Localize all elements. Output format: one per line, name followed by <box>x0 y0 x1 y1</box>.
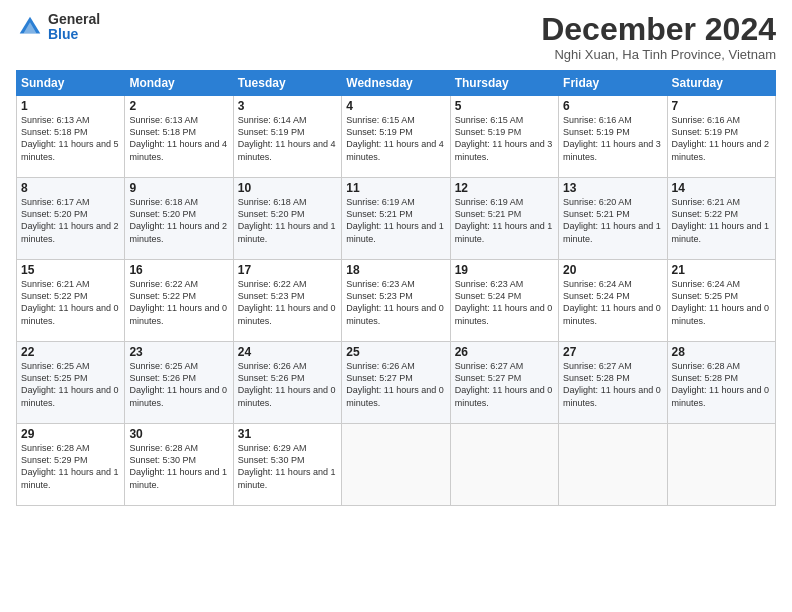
logo-text: General Blue <box>48 12 100 43</box>
calendar-cell: 3 Sunrise: 6:14 AM Sunset: 5:19 PM Dayli… <box>233 96 341 178</box>
day-number: 15 <box>21 263 120 277</box>
page: General Blue December 2024 Nghi Xuan, Ha… <box>0 0 792 612</box>
calendar-cell: 22 Sunrise: 6:25 AM Sunset: 5:25 PM Dayl… <box>17 342 125 424</box>
cell-info: Sunrise: 6:25 AM Sunset: 5:26 PM Dayligh… <box>129 360 228 409</box>
day-number: 8 <box>21 181 120 195</box>
calendar-week-row: 29 Sunrise: 6:28 AM Sunset: 5:29 PM Dayl… <box>17 424 776 506</box>
cell-info: Sunrise: 6:16 AM Sunset: 5:19 PM Dayligh… <box>563 114 662 163</box>
calendar-cell: 21 Sunrise: 6:24 AM Sunset: 5:25 PM Dayl… <box>667 260 775 342</box>
cell-info: Sunrise: 6:22 AM Sunset: 5:22 PM Dayligh… <box>129 278 228 327</box>
weekday-header-friday: Friday <box>559 71 667 96</box>
day-number: 12 <box>455 181 554 195</box>
cell-info: Sunrise: 6:26 AM Sunset: 5:27 PM Dayligh… <box>346 360 445 409</box>
calendar-cell: 30 Sunrise: 6:28 AM Sunset: 5:30 PM Dayl… <box>125 424 233 506</box>
calendar-cell: 1 Sunrise: 6:13 AM Sunset: 5:18 PM Dayli… <box>17 96 125 178</box>
calendar-cell: 17 Sunrise: 6:22 AM Sunset: 5:23 PM Dayl… <box>233 260 341 342</box>
calendar-cell <box>559 424 667 506</box>
weekday-header-tuesday: Tuesday <box>233 71 341 96</box>
cell-info: Sunrise: 6:19 AM Sunset: 5:21 PM Dayligh… <box>346 196 445 245</box>
cell-info: Sunrise: 6:24 AM Sunset: 5:25 PM Dayligh… <box>672 278 771 327</box>
day-number: 22 <box>21 345 120 359</box>
day-number: 5 <box>455 99 554 113</box>
calendar-cell: 6 Sunrise: 6:16 AM Sunset: 5:19 PM Dayli… <box>559 96 667 178</box>
location-subtitle: Nghi Xuan, Ha Tinh Province, Vietnam <box>541 47 776 62</box>
day-number: 6 <box>563 99 662 113</box>
logo-icon <box>16 13 44 41</box>
calendar-cell: 9 Sunrise: 6:18 AM Sunset: 5:20 PM Dayli… <box>125 178 233 260</box>
calendar-cell: 5 Sunrise: 6:15 AM Sunset: 5:19 PM Dayli… <box>450 96 558 178</box>
calendar-cell: 26 Sunrise: 6:27 AM Sunset: 5:27 PM Dayl… <box>450 342 558 424</box>
weekday-header-wednesday: Wednesday <box>342 71 450 96</box>
cell-info: Sunrise: 6:29 AM Sunset: 5:30 PM Dayligh… <box>238 442 337 491</box>
calendar-cell: 16 Sunrise: 6:22 AM Sunset: 5:22 PM Dayl… <box>125 260 233 342</box>
calendar-cell: 10 Sunrise: 6:18 AM Sunset: 5:20 PM Dayl… <box>233 178 341 260</box>
cell-info: Sunrise: 6:25 AM Sunset: 5:25 PM Dayligh… <box>21 360 120 409</box>
weekday-header-sunday: Sunday <box>17 71 125 96</box>
weekday-header-monday: Monday <box>125 71 233 96</box>
day-number: 1 <box>21 99 120 113</box>
day-number: 7 <box>672 99 771 113</box>
calendar-cell: 4 Sunrise: 6:15 AM Sunset: 5:19 PM Dayli… <box>342 96 450 178</box>
day-number: 9 <box>129 181 228 195</box>
cell-info: Sunrise: 6:15 AM Sunset: 5:19 PM Dayligh… <box>346 114 445 163</box>
day-number: 30 <box>129 427 228 441</box>
day-number: 3 <box>238 99 337 113</box>
cell-info: Sunrise: 6:21 AM Sunset: 5:22 PM Dayligh… <box>672 196 771 245</box>
day-number: 17 <box>238 263 337 277</box>
day-number: 11 <box>346 181 445 195</box>
calendar-cell: 14 Sunrise: 6:21 AM Sunset: 5:22 PM Dayl… <box>667 178 775 260</box>
calendar-cell: 24 Sunrise: 6:26 AM Sunset: 5:26 PM Dayl… <box>233 342 341 424</box>
day-number: 25 <box>346 345 445 359</box>
weekday-header-thursday: Thursday <box>450 71 558 96</box>
cell-info: Sunrise: 6:20 AM Sunset: 5:21 PM Dayligh… <box>563 196 662 245</box>
calendar-cell <box>450 424 558 506</box>
day-number: 10 <box>238 181 337 195</box>
calendar-cell: 29 Sunrise: 6:28 AM Sunset: 5:29 PM Dayl… <box>17 424 125 506</box>
cell-info: Sunrise: 6:14 AM Sunset: 5:19 PM Dayligh… <box>238 114 337 163</box>
calendar-cell: 15 Sunrise: 6:21 AM Sunset: 5:22 PM Dayl… <box>17 260 125 342</box>
calendar-cell: 28 Sunrise: 6:28 AM Sunset: 5:28 PM Dayl… <box>667 342 775 424</box>
calendar-cell: 31 Sunrise: 6:29 AM Sunset: 5:30 PM Dayl… <box>233 424 341 506</box>
calendar-table: SundayMondayTuesdayWednesdayThursdayFrid… <box>16 70 776 506</box>
cell-info: Sunrise: 6:16 AM Sunset: 5:19 PM Dayligh… <box>672 114 771 163</box>
cell-info: Sunrise: 6:23 AM Sunset: 5:24 PM Dayligh… <box>455 278 554 327</box>
day-number: 27 <box>563 345 662 359</box>
cell-info: Sunrise: 6:23 AM Sunset: 5:23 PM Dayligh… <box>346 278 445 327</box>
day-number: 28 <box>672 345 771 359</box>
day-number: 16 <box>129 263 228 277</box>
calendar-cell: 2 Sunrise: 6:13 AM Sunset: 5:18 PM Dayli… <box>125 96 233 178</box>
calendar-cell <box>667 424 775 506</box>
calendar-cell: 7 Sunrise: 6:16 AM Sunset: 5:19 PM Dayli… <box>667 96 775 178</box>
title-block: December 2024 Nghi Xuan, Ha Tinh Provinc… <box>541 12 776 62</box>
calendar-cell: 8 Sunrise: 6:17 AM Sunset: 5:20 PM Dayli… <box>17 178 125 260</box>
cell-info: Sunrise: 6:21 AM Sunset: 5:22 PM Dayligh… <box>21 278 120 327</box>
cell-info: Sunrise: 6:15 AM Sunset: 5:19 PM Dayligh… <box>455 114 554 163</box>
calendar-cell: 13 Sunrise: 6:20 AM Sunset: 5:21 PM Dayl… <box>559 178 667 260</box>
weekday-header-row: SundayMondayTuesdayWednesdayThursdayFrid… <box>17 71 776 96</box>
cell-info: Sunrise: 6:17 AM Sunset: 5:20 PM Dayligh… <box>21 196 120 245</box>
cell-info: Sunrise: 6:27 AM Sunset: 5:27 PM Dayligh… <box>455 360 554 409</box>
day-number: 24 <box>238 345 337 359</box>
day-number: 29 <box>21 427 120 441</box>
day-number: 26 <box>455 345 554 359</box>
calendar-cell: 25 Sunrise: 6:26 AM Sunset: 5:27 PM Dayl… <box>342 342 450 424</box>
calendar-cell: 11 Sunrise: 6:19 AM Sunset: 5:21 PM Dayl… <box>342 178 450 260</box>
day-number: 18 <box>346 263 445 277</box>
calendar-cell: 23 Sunrise: 6:25 AM Sunset: 5:26 PM Dayl… <box>125 342 233 424</box>
calendar-cell: 27 Sunrise: 6:27 AM Sunset: 5:28 PM Dayl… <box>559 342 667 424</box>
cell-info: Sunrise: 6:24 AM Sunset: 5:24 PM Dayligh… <box>563 278 662 327</box>
cell-info: Sunrise: 6:27 AM Sunset: 5:28 PM Dayligh… <box>563 360 662 409</box>
calendar-cell: 18 Sunrise: 6:23 AM Sunset: 5:23 PM Dayl… <box>342 260 450 342</box>
logo: General Blue <box>16 12 100 43</box>
calendar-week-row: 22 Sunrise: 6:25 AM Sunset: 5:25 PM Dayl… <box>17 342 776 424</box>
cell-info: Sunrise: 6:28 AM Sunset: 5:29 PM Dayligh… <box>21 442 120 491</box>
day-number: 4 <box>346 99 445 113</box>
day-number: 20 <box>563 263 662 277</box>
calendar-cell: 20 Sunrise: 6:24 AM Sunset: 5:24 PM Dayl… <box>559 260 667 342</box>
day-number: 19 <box>455 263 554 277</box>
cell-info: Sunrise: 6:13 AM Sunset: 5:18 PM Dayligh… <box>21 114 120 163</box>
day-number: 2 <box>129 99 228 113</box>
calendar-week-row: 15 Sunrise: 6:21 AM Sunset: 5:22 PM Dayl… <box>17 260 776 342</box>
day-number: 14 <box>672 181 771 195</box>
calendar-week-row: 1 Sunrise: 6:13 AM Sunset: 5:18 PM Dayli… <box>17 96 776 178</box>
